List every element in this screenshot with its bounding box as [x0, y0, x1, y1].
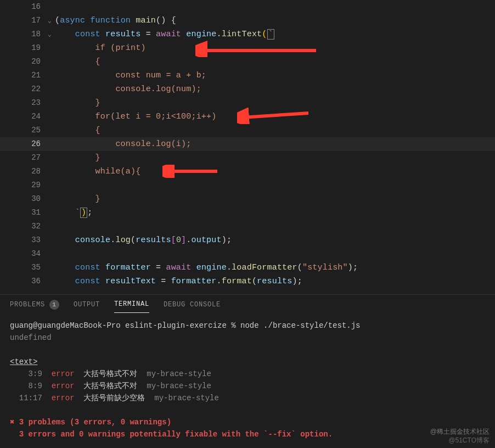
problems-count-badge: 1: [49, 300, 59, 310]
panel-tabs: PROBLEMS 1 OUTPUT TERMINAL DEBUG CONSOLE: [0, 295, 495, 314]
terminal-line: [10, 344, 485, 356]
lint-summary: 3 errors and 0 warnings potentially fixa…: [10, 428, 485, 440]
code-line[interactable]: 24 for(let i = 0;i<100;i++): [0, 110, 495, 124]
line-number: 16: [0, 0, 55, 14]
lint-summary: ✖ 3 problems (3 errors, 0 warnings): [10, 416, 485, 428]
tab-debug-console[interactable]: DEBUG CONSOLE: [164, 296, 221, 313]
line-number: 23: [0, 96, 55, 110]
fold-chevron-icon[interactable]: ⌄: [48, 27, 52, 41]
tab-output[interactable]: OUTPUT: [74, 296, 100, 313]
line-number: 19: [0, 41, 55, 55]
code-content[interactable]: const resultText = formatter.format(resu…: [55, 275, 302, 288]
line-number: 27: [0, 151, 55, 165]
code-line[interactable]: 22 console.log(num);: [0, 82, 495, 96]
code-line[interactable]: 34: [0, 247, 495, 261]
code-content[interactable]: const formatter = await engine.loadForma…: [55, 261, 358, 275]
code-line[interactable]: 19 if (print): [0, 41, 495, 55]
terminal-line: <text>: [10, 356, 485, 368]
code-line[interactable]: 27 }: [0, 151, 495, 165]
lint-error-row: 11:17 error 大括号前缺少空格 my-brace-style: [10, 392, 485, 404]
line-number: 24: [0, 110, 55, 124]
code-line[interactable]: 18⌄ const results = await engine.lintTex…: [0, 27, 495, 41]
line-number: 33: [0, 233, 55, 247]
line-number: 28: [0, 165, 55, 178]
line-number: 22: [0, 82, 55, 96]
tab-problems[interactable]: PROBLEMS 1: [10, 295, 59, 314]
code-line[interactable]: 32: [0, 220, 495, 233]
terminal-line: guang@guangdeMacBook-Pro eslint-plugin-e…: [10, 320, 485, 332]
code-line[interactable]: 30 }: [0, 192, 495, 206]
code-content[interactable]: if (print): [55, 41, 146, 55]
line-number: 31: [0, 206, 55, 220]
code-content[interactable]: const num = a + b;: [55, 69, 206, 82]
code-line[interactable]: 25 {: [0, 124, 495, 137]
line-number: 30: [0, 192, 55, 206]
bottom-panel: PROBLEMS 1 OUTPUT TERMINAL DEBUG CONSOLE…: [0, 294, 495, 448]
code-content[interactable]: while(a){: [55, 165, 140, 178]
code-content[interactable]: }: [55, 192, 100, 206]
tab-terminal[interactable]: TERMINAL: [114, 296, 149, 313]
code-line[interactable]: 35 const formatter = await engine.loadFo…: [0, 261, 495, 275]
code-line[interactable]: 17⌄(async function main() {: [0, 14, 495, 27]
line-number: 25: [0, 124, 55, 137]
line-number: 21: [0, 69, 55, 82]
line-number: 29: [0, 178, 55, 192]
line-number: 35: [0, 261, 55, 275]
code-content[interactable]: {: [55, 124, 100, 137]
code-line[interactable]: 31 `);: [0, 206, 495, 220]
fold-chevron-icon[interactable]: ⌄: [48, 14, 52, 27]
code-line[interactable]: 28 while(a){: [0, 165, 495, 178]
code-line[interactable]: 29: [0, 178, 495, 192]
code-content[interactable]: for(let i = 0;i<100;i++): [55, 110, 216, 124]
code-line[interactable]: 16: [0, 0, 495, 14]
code-content[interactable]: }: [55, 151, 100, 165]
code-line[interactable]: 26 console.log(i);: [0, 137, 495, 151]
code-content[interactable]: const results = await engine.lintText(`: [55, 27, 274, 41]
line-number: 32: [0, 220, 55, 233]
terminal-line: [10, 404, 485, 416]
tab-problems-label: PROBLEMS: [10, 301, 45, 309]
line-number: 26: [0, 137, 55, 151]
code-line[interactable]: 23 }: [0, 96, 495, 110]
line-number: 20: [0, 55, 55, 69]
code-content[interactable]: console.log(i);: [55, 137, 191, 151]
code-content[interactable]: console.log(num);: [55, 82, 201, 96]
terminal-line: undefined: [10, 332, 485, 344]
line-number: 17⌄: [0, 14, 55, 27]
code-content[interactable]: console.log(results[0].output);: [55, 233, 232, 247]
code-line[interactable]: 33 console.log(results[0].output);: [0, 233, 495, 247]
lint-error-row: 8:9 error 大括号格式不对 my-brace-style: [10, 380, 485, 392]
terminal-output[interactable]: guang@guangdeMacBook-Pro eslint-plugin-e…: [0, 314, 495, 446]
line-number: 36: [0, 275, 55, 288]
line-number: 34: [0, 247, 55, 261]
code-content[interactable]: {: [55, 55, 100, 69]
code-editor[interactable]: 1617⌄(async function main() {18⌄ const r…: [0, 0, 495, 294]
code-line[interactable]: 20 {: [0, 55, 495, 69]
lint-error-row: 3:9 error 大括号格式不对 my-brace-style: [10, 368, 485, 380]
code-line[interactable]: 21 const num = a + b;: [0, 69, 495, 82]
line-number: 18⌄: [0, 27, 55, 41]
code-line[interactable]: 36 const resultText = formatter.format(r…: [0, 275, 495, 288]
code-content[interactable]: (async function main() {: [55, 14, 176, 27]
code-content[interactable]: }: [55, 96, 100, 110]
code-content[interactable]: `);: [55, 206, 92, 220]
